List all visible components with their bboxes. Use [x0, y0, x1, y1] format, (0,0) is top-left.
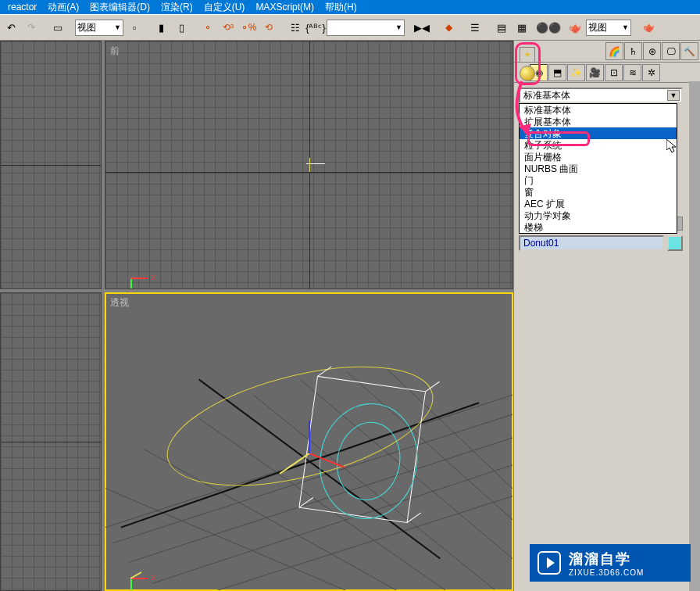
- svg-line-9: [300, 379, 512, 558]
- light-icon: ✨: [570, 67, 582, 78]
- svg-line-1: [113, 414, 512, 543]
- svg-line-4: [184, 496, 512, 590]
- menu-help[interactable]: 帮助(H): [320, 1, 362, 14]
- category-dropdown-list: 标准基本体 扩展基本体 复合对象 粒子系统 面片栅格 NURBS 曲面 门 窗 …: [519, 103, 677, 234]
- perspective-scene: [105, 293, 512, 590]
- object-name-input[interactable]: Donut01: [519, 235, 664, 251]
- material-editor-button[interactable]: ⚫⚫: [539, 18, 558, 37]
- render-type-dropdown[interactable]: 视图▼: [586, 20, 631, 36]
- command-panel-tabs: 🌈 ♄ ⊛ 🖵 🔨: [514, 41, 700, 63]
- arrow-cursor-icon: ✦: [523, 49, 531, 60]
- svg-line-19: [299, 496, 313, 509]
- render-setup-button[interactable]: 🫖: [566, 18, 584, 37]
- spinner-snap-button[interactable]: ⟲: [259, 18, 278, 37]
- use-center-button[interactable]: ▫: [125, 18, 144, 37]
- selection-filter-1[interactable]: ▮: [152, 18, 170, 37]
- main-area: 前 透视: [0, 41, 700, 591]
- percent-snap-button[interactable]: ⚬%: [239, 18, 258, 37]
- mirror-button[interactable]: ▶◀: [412, 18, 431, 37]
- geometry-category-dropdown[interactable]: 标准基本体 ▼: [519, 88, 683, 103]
- quick-render-button[interactable]: 🫖: [639, 18, 658, 37]
- watermark-title: 溜溜自学: [569, 550, 644, 568]
- menu-maxscript[interactable]: MAXScript(M): [251, 2, 319, 13]
- rainbow-icon: 🌈: [609, 46, 620, 57]
- utilities-tab[interactable]: 🔨: [680, 42, 698, 60]
- viewport-gizmo-icon: [124, 254, 155, 285]
- mouse-cursor-icon: [666, 139, 679, 155]
- category-item-nurbs[interactable]: NURBS 曲面: [520, 163, 677, 174]
- menu-reactor[interactable]: reactor: [3, 2, 41, 13]
- selection-filter-2[interactable]: ▯: [172, 18, 191, 37]
- svg-line-17: [426, 380, 440, 393]
- viewport-front[interactable]: 前: [105, 41, 513, 289]
- panel-scrollbar[interactable]: [689, 81, 700, 591]
- create-tab[interactable]: ✦: [520, 47, 535, 63]
- curve-editor-button[interactable]: ▤: [492, 18, 511, 37]
- object-color-swatch[interactable]: [667, 235, 683, 251]
- hammer-icon: 🔨: [684, 46, 695, 57]
- category-item-doors[interactable]: 门: [520, 174, 677, 186]
- display-tab[interactable]: 🖵: [662, 42, 680, 60]
- redo-button[interactable]: ↷: [22, 18, 41, 37]
- category-item-compound[interactable]: 复合对象: [520, 127, 677, 139]
- category-item-stairs[interactable]: 楼梯: [520, 221, 677, 233]
- menu-bar: reactor 动画(A) 图表编辑器(D) 渲染(R) 自定义(U) MAXS…: [0, 0, 700, 14]
- category-item-particles[interactable]: 粒子系统: [520, 139, 677, 151]
- viewport-perspective-label: 透视: [110, 296, 129, 310]
- named-selection-sets-button[interactable]: {ᴬᴮᶜ}: [306, 18, 325, 37]
- category-item-windows[interactable]: 窗: [520, 186, 677, 198]
- chevron-down-icon: ▼: [667, 90, 680, 101]
- hierarchy-icon: ♄: [629, 46, 638, 57]
- angle-snap-button[interactable]: ⟲³: [219, 18, 238, 37]
- helpers-subtab[interactable]: ⊡: [605, 64, 623, 81]
- category-item-aec[interactable]: AEC 扩展: [520, 198, 677, 210]
- edit-named-selection-button[interactable]: ☷: [286, 18, 305, 37]
- create-subtype-tabs: ◉ ⬒ ✨ 🎥 ⊡ ≋ ✲: [514, 63, 700, 83]
- shapes-subtab[interactable]: ⬒: [548, 64, 566, 81]
- spacewarps-subtab[interactable]: ≋: [623, 64, 641, 81]
- schematic-button[interactable]: ▦: [512, 18, 531, 37]
- gear-icon: ✲: [648, 67, 655, 78]
- cameras-subtab[interactable]: 🎥: [586, 64, 604, 81]
- undo-button[interactable]: ↶: [2, 18, 20, 37]
- systems-subtab[interactable]: ✲: [642, 64, 660, 81]
- svg-line-16: [317, 365, 331, 378]
- layers-button[interactable]: ☰: [466, 18, 484, 37]
- svg-line-18: [407, 511, 421, 525]
- viewport-perspective[interactable]: 透视: [105, 292, 513, 591]
- category-item-standard[interactable]: 标准基本体: [520, 104, 677, 116]
- svg-marker-26: [666, 139, 676, 152]
- menu-rendering[interactable]: 渲染(R): [156, 1, 198, 14]
- menu-customize[interactable]: 自定义(U): [199, 1, 250, 14]
- command-panel: 🌈 ♄ ⊛ 🖵 🔨 ◉ ⬒ ✨ 🎥 ⊡ ≋ ✲ 标准基本体 ▼ 标准基本体 扩展…: [513, 41, 700, 591]
- viewport-front-label: 前: [110, 45, 120, 58]
- geometry-active-icon[interactable]: [520, 66, 535, 81]
- wave-icon: ≋: [629, 67, 637, 78]
- main-toolbar: ↶ ↷ ▭ 视图▼ ▫ ▮ ▯ ⚬ ⟲³ ⚬% ⟲ ☷ {ᴬᴮᶜ} ▼ ▶◀ ◆…: [0, 14, 700, 41]
- named-selection-dropdown[interactable]: ▼: [327, 20, 405, 36]
- menu-graph-editors[interactable]: 图表编辑器(D): [85, 1, 155, 14]
- category-item-extended[interactable]: 扩展基本体: [520, 116, 677, 127]
- menu-animation[interactable]: 动画(A): [43, 1, 84, 14]
- lights-subtab[interactable]: ✨: [567, 64, 585, 81]
- hierarchy-tab[interactable]: ♄: [624, 42, 642, 60]
- shape-icon: ⬒: [553, 67, 562, 78]
- camera-icon: 🎥: [589, 67, 601, 78]
- category-item-dynamics[interactable]: 动力学对象: [520, 210, 677, 221]
- snap-toggle-button[interactable]: ⚬: [198, 18, 217, 37]
- category-item-patch[interactable]: 面片栅格: [520, 151, 677, 163]
- align-button[interactable]: ◆: [439, 18, 458, 37]
- viewport-gizmo-icon: [124, 554, 155, 586]
- helper-icon: ⊡: [610, 67, 618, 78]
- schematic-view-button[interactable]: ▭: [48, 18, 67, 37]
- svg-line-7: [199, 418, 456, 590]
- play-icon: [538, 551, 561, 575]
- svg-line-13: [199, 379, 441, 558]
- viewport-top-left[interactable]: [0, 41, 102, 289]
- panel-content: 标准基本体 ▼ 标准基本体 扩展基本体 复合对象 粒子系统 面片栅格 NURBS…: [514, 83, 688, 591]
- modify-tab[interactable]: 🌈: [605, 42, 623, 60]
- viewport-container: 前 透视: [0, 41, 513, 591]
- viewport-bottom-left[interactable]: [0, 292, 102, 591]
- reference-coord-dropdown[interactable]: 视图▼: [75, 20, 123, 36]
- motion-tab[interactable]: ⊛: [643, 42, 661, 60]
